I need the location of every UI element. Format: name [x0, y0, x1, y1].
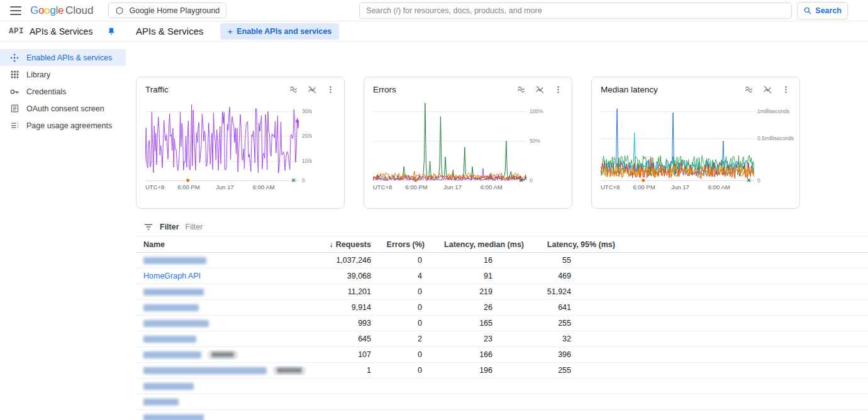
table-header: Name ↓ Requests Errors (%) Latency, medi… [136, 236, 868, 253]
sidebar-item-label: Enabled APIs & services [26, 53, 112, 62]
page-title: APIs & Services [136, 26, 204, 36]
cell-errors: 0 [371, 319, 425, 328]
table-row: HomeGraph API39,068491469 [136, 268, 868, 284]
chart-off-icon[interactable] [763, 85, 772, 94]
filter-bar[interactable]: Filter [136, 218, 868, 236]
y-axis-label: 10/s [302, 158, 312, 164]
chart-card-header: Errors [373, 85, 563, 94]
x-axis-label: UTC+8 [601, 184, 620, 191]
library-icon [9, 70, 19, 79]
redacted-badge-text [211, 352, 234, 357]
redacted-api-name[interactable] [143, 336, 196, 343]
chart-plot: 100%50%◆✕0UTC+86:00 PMJun 176:00 AM [373, 101, 526, 181]
sidebar-item-library[interactable]: Library [0, 66, 126, 83]
topbar: Google Cloud Google Home Playground Sear… [0, 0, 868, 21]
cell-requests: 645 [327, 334, 371, 343]
oauth-icon [9, 104, 19, 113]
chart-card-traffic: Traffic30/s20/s10/s◆✕0UTC+86:00 PMJun 17… [136, 77, 345, 209]
redacted-api-name[interactable] [143, 289, 204, 296]
cell-latency-median: 196 [425, 366, 524, 375]
enable-apis-button[interactable]: + Enable APIs and services [220, 23, 340, 40]
more-options-icon[interactable] [781, 85, 791, 94]
cell-name: HomeGraph API [143, 272, 327, 280]
table-row [136, 410, 868, 420]
cell-requests: 1,037,246 [327, 256, 371, 265]
incident-diamond-marker: ◆ [642, 178, 645, 183]
column-header-name[interactable]: Name [143, 240, 327, 249]
cell-latency-median: 91 [425, 272, 524, 280]
sidebar-item-label: OAuth consent screen [26, 104, 104, 113]
cell-latency-95: 51,924 [524, 287, 615, 296]
more-options-icon[interactable] [554, 85, 563, 94]
cell-latency-95: 469 [524, 272, 615, 280]
redacted-api-name[interactable] [143, 304, 199, 311]
end-x-marker: ✕ [519, 178, 524, 184]
redacted-api-name[interactable] [143, 351, 201, 358]
y-axis-label: 100% [530, 108, 543, 114]
incident-diamond-marker: ◆ [186, 178, 190, 183]
column-header-latency-median[interactable]: Latency, median (ms) [425, 240, 524, 249]
chart-off-icon[interactable] [308, 85, 317, 94]
sidebar-item-label: Page usage agreements [26, 121, 112, 130]
redacted-api-name[interactable] [143, 414, 204, 420]
redacted-api-name[interactable] [143, 383, 194, 390]
search-input[interactable] [359, 3, 792, 19]
cell-name [143, 366, 327, 375]
table-row: 1070166396 [136, 347, 868, 363]
zero-axis-label: 0 [757, 178, 760, 184]
pin-icon[interactable] [107, 27, 116, 36]
sidebar-item-credentials[interactable]: Credentials [0, 83, 126, 100]
sidebar-item-enabled-apis-services[interactable]: Enabled APIs & services [0, 49, 126, 66]
search-button-label: Search [815, 6, 842, 15]
legend-toggle-icon[interactable] [745, 85, 754, 94]
column-header-latency-95[interactable]: Latency, 95% (ms) [524, 240, 615, 249]
cell-latency-95: 255 [524, 319, 615, 328]
cell-errors: 4 [371, 272, 425, 280]
cell-latency-95: 396 [524, 350, 615, 359]
chart-card-actions [517, 85, 563, 94]
api-name-link[interactable]: HomeGraph API [143, 272, 201, 280]
more-options-icon[interactable] [326, 85, 335, 94]
search-button[interactable]: Search [797, 2, 848, 19]
zero-axis-label: 0 [530, 178, 533, 184]
column-header-requests[interactable]: ↓ Requests [327, 240, 371, 249]
cloud-logo-word: Cloud [65, 4, 93, 17]
redacted-api-name[interactable] [143, 320, 209, 327]
column-header-errors[interactable]: Errors (%) [371, 240, 425, 249]
sidebar-item-oauth-consent-screen[interactable]: OAuth consent screen [0, 100, 126, 117]
table-row [136, 379, 868, 394]
x-axis-label: 6:00 PM [177, 184, 199, 191]
chart-plot: 30/s20/s10/s◆✕0UTC+86:00 PMJun 176:00 AM [145, 101, 299, 181]
cell-requests: 39,068 [327, 272, 371, 280]
chart-off-icon[interactable] [535, 85, 545, 94]
sidebar-item-page-usage-agreements[interactable]: Page usage agreements [0, 117, 126, 134]
cell-requests: 107 [327, 350, 371, 359]
x-axis-label: Jun 17 [671, 184, 689, 191]
cell-name [143, 350, 327, 360]
content-shell: Enabled APIs & servicesLibraryCredential… [0, 41, 868, 420]
google-cloud-logo[interactable]: Google Cloud [30, 4, 93, 17]
sidebar-item-label: Credentials [26, 87, 66, 96]
cell-name [143, 336, 327, 343]
cell-latency-median: 26 [425, 303, 524, 312]
legend-toggle-icon[interactable] [289, 85, 299, 94]
cell-latency-95: 55 [524, 256, 615, 265]
end-x-marker: ✕ [747, 178, 752, 184]
project-selector[interactable]: Google Home Playground [108, 3, 226, 18]
menu-icon[interactable] [10, 6, 21, 15]
redacted-api-name[interactable] [143, 399, 179, 406]
legend-toggle-icon[interactable] [517, 85, 526, 94]
cell-name [143, 399, 327, 406]
sidebar-title: APIs & Services [30, 26, 92, 36]
x-axis-label: Jun 17 [216, 184, 234, 191]
series-errors-purple [373, 169, 526, 180]
redacted-api-name[interactable] [143, 367, 267, 374]
cell-errors: 0 [371, 287, 425, 296]
enabled-apis-icon [9, 53, 19, 63]
project-name: Google Home Playground [129, 6, 220, 15]
cell-errors: 0 [371, 366, 425, 375]
cell-requests: 9,914 [327, 303, 371, 312]
google-logo-word: Google [30, 4, 64, 17]
redacted-api-name[interactable] [143, 257, 206, 264]
filter-input[interactable] [186, 223, 868, 231]
